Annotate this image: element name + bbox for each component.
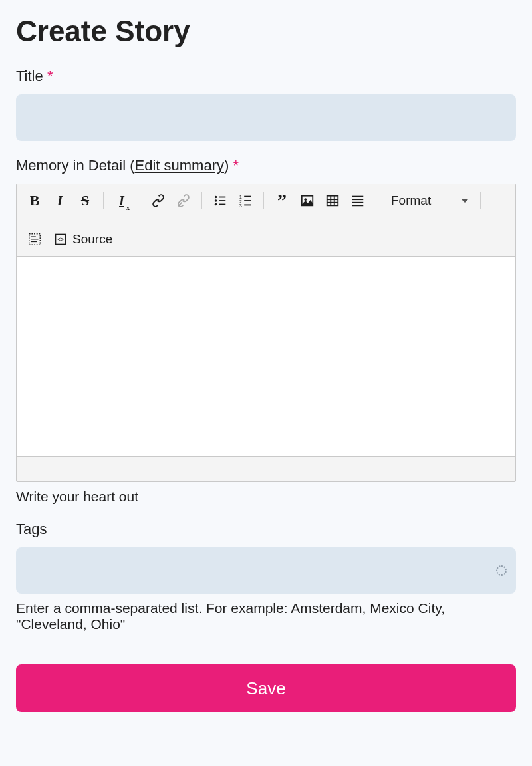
toolbar-separator: [140, 192, 140, 209]
table-button[interactable]: [320, 188, 345, 213]
svg-rect-15: [327, 196, 338, 206]
remove-format-icon: Ix: [119, 193, 124, 209]
toolbar-group-lists: 123: [207, 188, 258, 213]
loading-spinner-icon: [496, 565, 507, 576]
svg-point-3: [215, 203, 217, 206]
svg-rect-23: [352, 205, 364, 206]
source-button-label: Source: [72, 232, 112, 247]
svg-rect-10: [244, 196, 251, 197]
toolbar-separator: [263, 192, 264, 209]
save-button[interactable]: Save: [16, 664, 516, 712]
tags-help-text: Enter a comma-separated list. For exampl…: [16, 600, 516, 632]
page-title: Create Story: [16, 15, 516, 48]
editor-body[interactable]: [17, 257, 515, 456]
show-blocks-icon: [27, 232, 42, 247]
svg-point-2: [215, 199, 217, 202]
source-icon: <>: [54, 233, 67, 246]
link-button[interactable]: [146, 188, 171, 213]
toolbar-group-links: [146, 188, 196, 213]
svg-point-14: [304, 198, 307, 201]
title-label-text: Title: [16, 68, 43, 84]
body-help-text: Write your heart out: [16, 489, 516, 505]
svg-text:<>: <>: [57, 236, 64, 243]
toolbar-separator: [480, 192, 481, 209]
blockquote-icon: ”: [277, 196, 287, 205]
format-dropdown-label: Format: [391, 193, 431, 208]
bulleted-list-icon: [213, 193, 227, 208]
body-label: Memory in Detail (Edit summary) *: [16, 157, 516, 174]
strikethrough-icon: S: [81, 193, 89, 208]
rich-text-editor: B I S Ix: [16, 184, 516, 482]
tags-input[interactable]: [16, 547, 516, 594]
svg-point-1: [215, 196, 217, 199]
svg-rect-12: [244, 205, 251, 206]
bold-icon: B: [30, 193, 40, 208]
body-label-suffix: ): [224, 157, 229, 174]
svg-rect-22: [352, 202, 364, 203]
title-required-mark: *: [47, 68, 53, 84]
image-icon: [300, 193, 315, 208]
svg-rect-21: [352, 199, 364, 200]
edit-summary-link[interactable]: Edit summary: [134, 157, 223, 174]
remove-format-button[interactable]: Ix: [109, 188, 134, 213]
editor-toolbar: B I S Ix: [17, 184, 515, 257]
title-field-group: Title *: [16, 68, 516, 141]
body-label-prefix: Memory in Detail (: [16, 157, 134, 174]
svg-rect-5: [219, 200, 225, 201]
chevron-down-icon: [462, 199, 468, 203]
tags-field-group: Tags Enter a comma-separated list. For e…: [16, 521, 516, 632]
image-button[interactable]: [295, 188, 320, 213]
svg-rect-20: [352, 196, 364, 197]
numbered-list-icon: 123: [238, 193, 253, 208]
table-icon: [325, 193, 340, 208]
page-container: Create Story Title * Memory in Detail (E…: [0, 0, 532, 728]
tags-label: Tags: [16, 521, 516, 538]
svg-rect-27: [31, 241, 37, 242]
svg-rect-6: [219, 204, 225, 205]
toolbar-separator: [201, 192, 202, 209]
source-button[interactable]: <> Source: [47, 227, 119, 252]
unlink-button: [171, 188, 196, 213]
body-required-mark: *: [233, 157, 239, 174]
svg-rect-4: [219, 197, 225, 198]
svg-rect-11: [244, 200, 251, 201]
show-blocks-button[interactable]: [22, 227, 47, 252]
italic-button[interactable]: I: [47, 188, 72, 213]
link-icon: [151, 193, 166, 208]
svg-rect-26: [31, 239, 39, 239]
unlink-icon: [176, 193, 191, 208]
toolbar-separator: [103, 192, 104, 209]
strikethrough-button[interactable]: S: [72, 188, 98, 213]
italic-icon: I: [57, 193, 63, 208]
justify-icon: [350, 193, 365, 208]
body-field-group: Memory in Detail (Edit summary) * B I S: [16, 157, 516, 505]
bold-button[interactable]: B: [22, 188, 47, 213]
title-input[interactable]: [16, 94, 516, 141]
svg-text:3: 3: [239, 203, 242, 208]
justify-button[interactable]: [345, 188, 370, 213]
tags-input-wrapper: [16, 547, 516, 594]
blockquote-button[interactable]: ”: [269, 188, 295, 213]
svg-rect-25: [31, 236, 36, 237]
toolbar-group-text-style: B I S: [22, 188, 98, 213]
bulleted-list-button[interactable]: [207, 188, 233, 213]
toolbar-separator: [376, 192, 376, 209]
numbered-list-button[interactable]: 123: [233, 188, 258, 213]
format-dropdown[interactable]: Format: [382, 188, 475, 213]
title-label: Title *: [16, 68, 516, 85]
editor-footer: [17, 456, 515, 481]
